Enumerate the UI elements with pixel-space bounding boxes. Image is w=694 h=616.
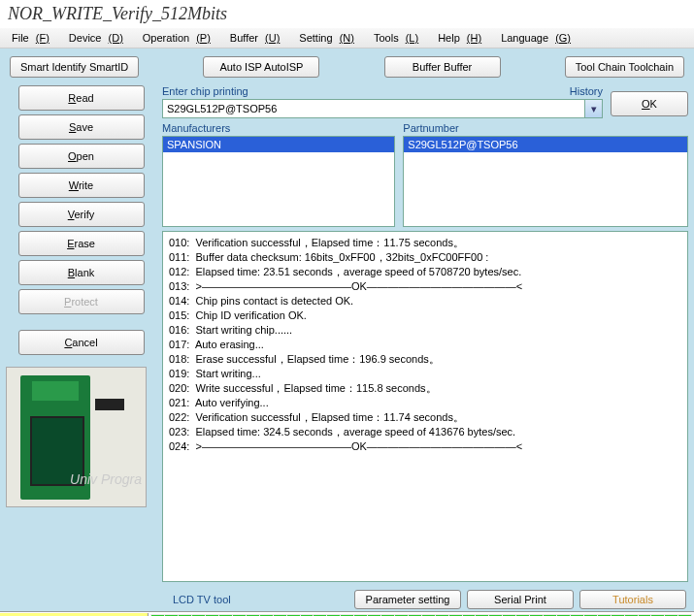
- manufacturers-list[interactable]: SPANSION: [162, 136, 395, 227]
- log-output[interactable]: 010: Verification successful，Elapsed tim…: [162, 231, 688, 582]
- chevron-down-icon[interactable]: ▾: [585, 99, 603, 118]
- log-line: 023: Elapsed time: 324.5 seconds，average…: [169, 425, 681, 439]
- log-line: 016: Start writing chip......: [169, 323, 681, 338]
- log-line: 011: Buffer data checksum: 16bits_0xFF00…: [169, 250, 681, 265]
- serial-print-button[interactable]: Serial Print: [467, 590, 574, 609]
- menu-setting[interactable]: Setting (N): [291, 30, 358, 46]
- left-column: Read Save Open Write Verify Erase Blank …: [6, 85, 156, 582]
- serial-number: SN:20160629095622-004296: [0, 613, 149, 617]
- device-image: Univ Progra: [6, 367, 147, 507]
- menu-buffer[interactable]: Buffer (U): [222, 30, 284, 46]
- manufacturers-label: Manufacturers: [162, 122, 395, 134]
- erase-button[interactable]: Erase: [18, 231, 145, 256]
- cancel-button[interactable]: Cancel: [18, 330, 145, 355]
- tutorials-button[interactable]: Tutorials: [579, 590, 686, 609]
- parameter-setting-button[interactable]: Parameter setting: [354, 590, 461, 609]
- chip-label: Enter chip printing: [162, 85, 248, 97]
- menu-language[interactable]: Language (G): [493, 30, 575, 46]
- partnumber-label: Partnumber: [403, 122, 688, 134]
- status-bar: SN:20160629095622-004296: [0, 611, 694, 616]
- smart-identify-button[interactable]: Smart Identify SmartID: [10, 56, 139, 78]
- menu-tools[interactable]: Tools (L): [366, 30, 422, 46]
- auto-isp-button[interactable]: Auto ISP AutoISP: [203, 56, 319, 78]
- window-title: NOR_WRITE_Verify_512Mbits: [0, 0, 694, 28]
- buffer-button[interactable]: Buffer Buffer: [384, 56, 501, 78]
- right-column: Enter chip printing History ▾ OK Manufac…: [162, 85, 688, 582]
- log-line: 022: Verification successful，Elapsed tim…: [169, 410, 681, 425]
- menu-device[interactable]: Device (D): [61, 30, 127, 46]
- open-button[interactable]: Open: [18, 144, 145, 169]
- menu-bar: File (F) Device (D) Operation (P) Buffer…: [0, 28, 694, 49]
- chip-combo[interactable]: ▾: [162, 99, 603, 118]
- menu-file[interactable]: File (F): [4, 30, 53, 46]
- log-line: 021: Auto verifying...: [169, 396, 681, 410]
- log-line: 024: >——————————————OK——————————————<: [169, 439, 681, 454]
- ok-button[interactable]: OK: [611, 91, 688, 116]
- read-button[interactable]: Read: [18, 85, 145, 111]
- partnumber-list[interactable]: S29GL512P@TSOP56: [403, 136, 688, 227]
- protect-button: Protect: [18, 289, 145, 314]
- list-item[interactable]: S29GL512P@TSOP56: [404, 137, 687, 152]
- blank-button[interactable]: Blank: [18, 260, 145, 285]
- log-line: 014: Chip pins contact is detected OK.: [169, 294, 681, 308]
- log-line: 012: Elapsed time: 23.51 seconds，average…: [169, 265, 681, 279]
- log-line: 020: Write successful，Elapsed time：115.8…: [169, 381, 681, 396]
- log-line: 013: >——————————————OK——————————————<: [169, 279, 681, 294]
- verify-button[interactable]: Verify: [18, 202, 145, 227]
- app-body: Smart Identify SmartID Auto ISP AutoISP …: [0, 49, 694, 588]
- log-line: 019: Start writing...: [169, 367, 681, 381]
- toolchain-button[interactable]: Tool Chain Toolchain: [565, 56, 684, 78]
- log-line: 018: Erase successful，Elapsed time：196.9…: [169, 352, 681, 367]
- log-line: 015: Chip ID verification OK.: [169, 308, 681, 323]
- bottom-toolbar: LCD TV tool Parameter setting Serial Pri…: [0, 588, 694, 611]
- menu-operation[interactable]: Operation (P): [135, 30, 215, 46]
- list-item[interactable]: SPANSION: [163, 137, 394, 152]
- log-line: 010: Verification successful，Elapsed tim…: [169, 236, 681, 250]
- log-line: 017: Auto erasing...: [169, 338, 681, 352]
- save-button[interactable]: Save: [18, 114, 145, 140]
- lcd-tv-tool-label: LCD TV tool: [173, 594, 231, 605]
- write-button[interactable]: Write: [18, 173, 145, 198]
- history-label: History: [570, 85, 603, 97]
- menu-help[interactable]: Help (H): [430, 30, 485, 46]
- chip-input[interactable]: [162, 99, 585, 118]
